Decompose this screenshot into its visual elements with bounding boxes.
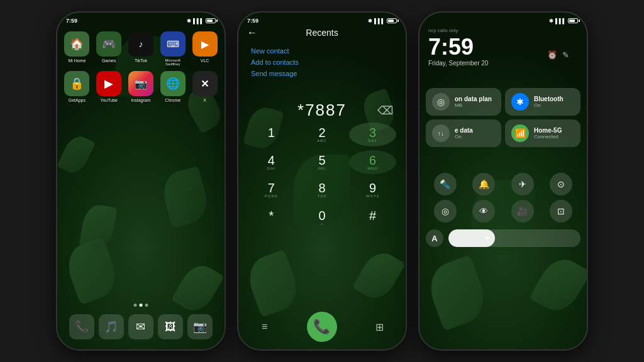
key-5[interactable]: 5JKL — [299, 150, 346, 174]
tile-mobile-data[interactable]: ↑↓ e data On — [426, 119, 501, 147]
new-contact-link[interactable]: New contact — [251, 47, 299, 55]
app-swiftkey[interactable]: ⌨ Microsoft SwiftKey — [159, 31, 186, 66]
app-mi-home[interactable]: 🏠 Mi Home — [64, 31, 91, 66]
cc-date: Friday, September 20 — [428, 60, 578, 67]
camera-button[interactable]: 🎥 — [511, 200, 534, 222]
alarm-icon[interactable]: ⏰ — [547, 50, 557, 60]
app-tiktok[interactable]: ♪ TikTok — [128, 31, 155, 66]
tile-wifi-sub: Connected — [534, 134, 562, 140]
app-label-getapps: GetApps — [69, 98, 86, 102]
dialpad-icon[interactable]: ≡ — [255, 317, 275, 337]
phone-2: 7:59 ✱ ▌▌▌ ← Recents New contact Add to … — [237, 11, 407, 351]
brightness-row: A ☀ — [426, 229, 580, 247]
key-8[interactable]: 8TUV — [299, 178, 346, 202]
key-hash[interactable]: # — [349, 206, 396, 229]
status-bar-2: 7:59 ✱ ▌▌▌ — [238, 13, 406, 26]
tile-wifi[interactable]: 📶 Home-5G Connected — [505, 119, 580, 147]
airplane-button[interactable]: ✈ — [511, 173, 534, 195]
key-0[interactable]: 0+ — [299, 206, 346, 229]
key-star[interactable]: * — [248, 206, 295, 229]
app-icon-vlc[interactable]: ▶ — [192, 31, 218, 57]
display-button[interactable]: ⊙ — [550, 173, 572, 195]
dock-messages[interactable]: ✉ — [128, 314, 153, 339]
dock-music[interactable]: 🎵 — [99, 314, 124, 339]
send-message-link[interactable]: Send message — [251, 70, 299, 77]
keypad: 1 2ABC 3DEF 4GHI 5JKL 6MNO 7PQRS 8TUV 9W… — [248, 123, 396, 229]
app-label-swiftkey: Microsoft SwiftKey — [159, 58, 186, 66]
key-1[interactable]: 1 — [248, 123, 295, 146]
tile-bluetooth[interactable]: ✱ Bluetooth On — [505, 88, 580, 116]
tile-mobile-data-text: e data On — [455, 127, 473, 140]
status-bar-3: ✱ ▌▌▌ — [419, 13, 587, 26]
emergency-text: ncy calls only — [428, 28, 578, 33]
call-button[interactable]: 📞 — [307, 312, 337, 342]
app-icon-tiktok[interactable]: ♪ — [128, 31, 153, 57]
app-icon-x[interactable]: ✕ — [192, 71, 218, 96]
tile-data[interactable]: ◎ on data plan MB — [426, 88, 501, 116]
dock-phone[interactable]: 📞 — [69, 314, 94, 339]
edit-icon[interactable]: ✎ — [562, 50, 569, 60]
app-icon-youtube[interactable]: ▶ — [96, 71, 121, 96]
tile-wifi-text: Home-5G Connected — [534, 127, 562, 140]
battery-1 — [206, 18, 216, 23]
app-grid-row1: 🏠 Mi Home 🎮 Games ♪ TikTok ⌨ Microsoft S… — [64, 31, 218, 102]
time-1: 7:59 — [66, 18, 77, 24]
key-6[interactable]: 6MNO — [349, 150, 396, 174]
brightness-label: A — [426, 229, 443, 247]
torch-button[interactable]: 🔦 — [434, 173, 457, 195]
app-icon-games[interactable]: 🎮 — [96, 31, 121, 57]
app-icon-instagram[interactable]: 📷 — [128, 71, 153, 96]
tile-data-text: on data plan MB — [455, 96, 492, 108]
backspace-button[interactable]: ⌫ — [377, 104, 393, 118]
status-icons-3: ✱ ▌▌▌ — [549, 18, 578, 24]
bell-button[interactable]: 🔔 — [472, 173, 495, 195]
status-icons-1: ✱ ▌▌▌ — [187, 18, 216, 24]
tile-data-sub: MB — [455, 102, 492, 108]
back-button[interactable]: ← — [247, 27, 257, 38]
dock: 📞 🎵 ✉ 🖼 📷 — [67, 314, 215, 339]
cc-date-icons: ⏰ ✎ — [547, 50, 569, 60]
key-2[interactable]: 2ABC — [299, 123, 346, 146]
app-icon-mi-home[interactable]: 🏠 — [64, 31, 89, 57]
app-label-vlc: VLC — [201, 58, 209, 63]
app-label-mi-home: Mi Home — [68, 58, 86, 63]
app-icon-swiftkey[interactable]: ⌨ — [160, 31, 186, 57]
bluetooth-icon: ✱ — [187, 18, 191, 24]
app-chrome[interactable]: 🌐 Chrome — [159, 71, 186, 102]
page-dots — [134, 304, 148, 307]
app-label-tiktok: TikTok — [135, 58, 147, 63]
bluetooth-icon-2: ✱ — [368, 18, 372, 24]
app-icon-chrome[interactable]: 🌐 — [160, 71, 186, 96]
quick-tiles: ◎ on data plan MB ✱ Bluetooth On ↑↓ e da… — [426, 88, 580, 147]
app-getapps[interactable]: 🔒 GetApps — [64, 71, 91, 102]
key-7[interactable]: 7PQRS — [248, 178, 295, 202]
location-button[interactable]: ◎ — [434, 200, 457, 222]
brightness-sun-icon: ☀ — [484, 234, 491, 243]
signal-icon-3: ▌▌▌ — [555, 18, 566, 24]
app-games[interactable]: 🎮 Games — [96, 31, 123, 66]
time-2: 7:59 — [247, 18, 258, 24]
app-vlc[interactable]: ▶ VLC — [191, 31, 218, 66]
contact-icon[interactable]: ⊞ — [369, 317, 389, 337]
app-x[interactable]: ✕ X — [191, 71, 218, 102]
dock-camera[interactable]: 📷 — [187, 314, 213, 339]
add-to-contacts-link[interactable]: Add to contacts — [251, 58, 299, 66]
key-9[interactable]: 9WXYZ — [349, 178, 396, 202]
app-instagram[interactable]: 📷 Instagram — [128, 71, 155, 102]
screenrecord-button[interactable]: 👁 — [472, 200, 495, 222]
signal-icon: ▌▌▌ — [193, 18, 204, 24]
dialer-input-area: *7887 ⌫ — [238, 101, 406, 120]
app-youtube[interactable]: ▶ YouTube — [96, 71, 123, 102]
phone-3: ✱ ▌▌▌ ncy calls only 7:59 Friday, Septem… — [418, 11, 588, 351]
app-label-chrome: Chrome — [165, 98, 180, 102]
tile-data-icon: ◎ — [432, 93, 450, 111]
cc-header: ncy calls only 7:59 Friday, September 20… — [428, 28, 578, 67]
screenshot-button[interactable]: ⊡ — [550, 200, 572, 222]
brightness-slider[interactable]: ☀ — [448, 229, 580, 247]
app-icon-getapps[interactable]: 🔒 — [64, 71, 89, 96]
dock-gallery[interactable]: 🖼 — [158, 314, 183, 339]
key-3[interactable]: 3DEF — [349, 123, 396, 146]
tile-mobile-data-name: e data — [455, 127, 473, 134]
key-4[interactable]: 4GHI — [248, 150, 295, 174]
tile-mobile-data-sub: On — [455, 134, 473, 140]
